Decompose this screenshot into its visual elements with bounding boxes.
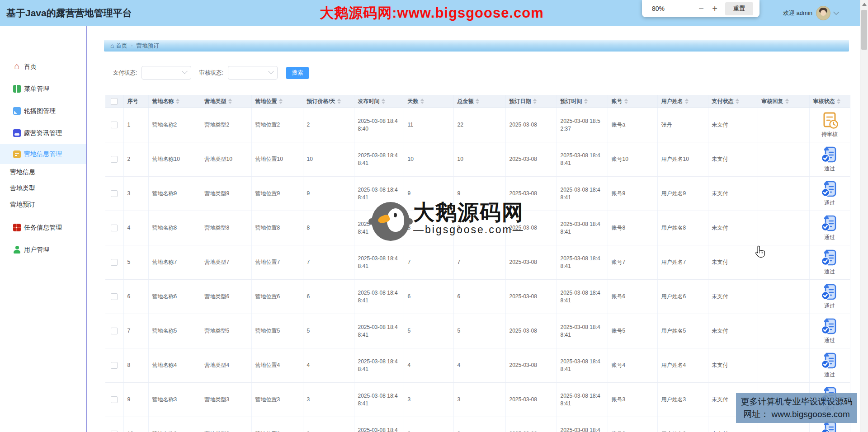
approved-icon[interactable] xyxy=(821,249,839,267)
checkbox[interactable] xyxy=(111,190,118,197)
approved-icon[interactable] xyxy=(821,146,839,164)
vertical-scrollbar[interactable] xyxy=(860,0,868,432)
row-checkbox-cell xyxy=(105,108,123,142)
column-header-营地位置[interactable]: 营地位置 xyxy=(251,95,303,108)
user-area[interactable]: 欢迎 admin xyxy=(783,0,838,26)
table-cell: 7 xyxy=(453,245,505,280)
breadcrumb-home[interactable]: 首页 xyxy=(116,42,127,50)
zoom-reset-button[interactable]: 重置 xyxy=(725,2,753,15)
checkbox[interactable] xyxy=(111,156,118,163)
checkbox[interactable] xyxy=(111,259,118,266)
sidebar-item-任务信息管理[interactable]: 任务信息管理 xyxy=(0,216,86,239)
column-header-发布时间[interactable]: 发布时间 xyxy=(354,95,404,108)
avatar[interactable] xyxy=(816,6,830,20)
sidebar-item-营地类型[interactable]: 营地类型 xyxy=(0,180,86,197)
campsite-info-icon xyxy=(13,150,21,158)
table-cell: 账号10 xyxy=(608,142,657,177)
sort-caret-icon[interactable] xyxy=(337,99,341,104)
checkbox[interactable] xyxy=(111,98,118,105)
approved-icon[interactable] xyxy=(821,352,839,370)
review-status[interactable]: 通过 xyxy=(813,318,846,344)
review-status[interactable]: 通过 xyxy=(813,352,846,379)
payment-status-select[interactable] xyxy=(142,66,191,80)
checkbox[interactable] xyxy=(111,225,118,231)
zoom-in-button[interactable]: + xyxy=(708,1,722,16)
sort-caret-icon[interactable] xyxy=(228,99,232,104)
table-cell: 营地名称6 xyxy=(148,280,201,314)
pending-review-icon[interactable] xyxy=(821,112,839,130)
zoom-out-button[interactable]: − xyxy=(694,1,708,16)
table-cell: 2025-03-08 18:48:41 xyxy=(557,314,608,348)
checkbox[interactable] xyxy=(111,293,118,300)
zoom-level: 80% xyxy=(652,5,665,12)
table-cell: 2025-03-08 xyxy=(505,280,557,314)
column-header-审核回复[interactable]: 审核回复 xyxy=(758,95,809,108)
approved-icon[interactable] xyxy=(821,180,839,198)
review-status[interactable]: 通过 xyxy=(813,215,846,241)
review-status-cell: 通过 xyxy=(809,142,850,177)
sidebar-item-菜单管理[interactable]: 菜单管理 xyxy=(0,78,86,100)
search-button[interactable]: 搜索 xyxy=(286,67,309,79)
review-status[interactable]: 通过 xyxy=(813,283,846,310)
checkbox[interactable] xyxy=(111,362,118,369)
column-header-审核状态[interactable]: 审核状态 xyxy=(809,95,850,108)
table-cell: 5 xyxy=(453,314,505,348)
table-cell: 用户姓名7 xyxy=(657,245,708,280)
scrollbar-thumb[interactable] xyxy=(861,10,867,50)
review-status-cell: 通过 xyxy=(809,245,850,280)
column-header-预订时间[interactable]: 预订时间 xyxy=(557,95,608,108)
table-cell: 2025-03-08 18:48:41 xyxy=(354,348,404,383)
column-header-预订价格/天[interactable]: 预订价格/天 xyxy=(303,95,354,108)
chevron-down-icon[interactable] xyxy=(833,9,839,15)
sort-caret-icon[interactable] xyxy=(837,99,840,104)
sidebar-item-用户管理[interactable]: 用户管理 xyxy=(0,239,86,261)
sort-caret-icon[interactable] xyxy=(736,99,739,104)
review-status-cell: 通过 xyxy=(809,211,850,245)
approved-icon[interactable] xyxy=(821,283,839,301)
sort-caret-icon[interactable] xyxy=(176,99,179,104)
sort-caret-icon[interactable] xyxy=(382,99,385,104)
review-status[interactable]: 待审核 xyxy=(813,112,846,138)
column-header-用户姓名[interactable]: 用户姓名 xyxy=(657,95,708,108)
sidebar-item-label: 营地信息 xyxy=(10,168,35,176)
column-header-支付状态[interactable]: 支付状态 xyxy=(708,95,758,108)
column-header-总金额[interactable]: 总金额 xyxy=(453,95,505,108)
column-header-账号[interactable]: 账号 xyxy=(608,95,657,108)
approved-icon[interactable] xyxy=(821,215,839,233)
column-header-预订日期[interactable]: 预订日期 xyxy=(505,95,557,108)
checkbox[interactable] xyxy=(111,328,118,334)
sort-caret-icon[interactable] xyxy=(785,99,789,104)
checkbox[interactable] xyxy=(111,396,118,403)
promo-overlay-line2: 网址： www.bigsgoose.com xyxy=(743,409,849,420)
sort-caret-icon[interactable] xyxy=(476,99,479,104)
review-status[interactable]: 通过 xyxy=(813,180,846,207)
approved-icon[interactable] xyxy=(821,318,839,336)
sidebar-item-营地预订[interactable]: 营地预订 xyxy=(0,197,86,213)
table-cell: 账号7 xyxy=(608,245,657,280)
column-header-天数[interactable]: 天数 xyxy=(404,95,453,108)
sidebar-item-轮播图管理[interactable]: 轮播图管理 xyxy=(0,100,86,122)
sort-caret-icon[interactable] xyxy=(420,99,424,104)
sort-caret-icon[interactable] xyxy=(624,99,628,104)
sort-caret-icon[interactable] xyxy=(685,99,689,104)
sidebar-item-营地信息管理[interactable]: 营地信息管理 xyxy=(0,144,86,164)
home-icon: ⌂ xyxy=(13,63,21,70)
scrollbar-up-arrow-icon[interactable] xyxy=(862,3,867,6)
table-cell xyxy=(758,108,809,142)
breadcrumb-current: 营地预订 xyxy=(137,42,159,50)
select-all-checkbox[interactable] xyxy=(105,95,123,108)
review-status-select[interactable] xyxy=(228,66,278,80)
task-info-icon xyxy=(13,224,21,231)
table-cell xyxy=(758,314,809,348)
sidebar-item-首页[interactable]: ⌂首页 xyxy=(0,56,86,78)
review-status[interactable]: 通过 xyxy=(813,146,846,173)
checkbox[interactable] xyxy=(111,122,118,128)
sidebar-item-营地信息[interactable]: 营地信息 xyxy=(0,164,86,180)
column-header-营地名称[interactable]: 营地名称 xyxy=(148,95,201,108)
sidebar-item-露营资讯管理[interactable]: 露营资讯管理 xyxy=(0,122,86,144)
sort-caret-icon[interactable] xyxy=(533,99,537,104)
review-status[interactable]: 通过 xyxy=(813,249,846,276)
sort-caret-icon[interactable] xyxy=(279,99,283,104)
sort-caret-icon[interactable] xyxy=(584,99,588,104)
column-header-营地类型[interactable]: 营地类型 xyxy=(201,95,251,108)
